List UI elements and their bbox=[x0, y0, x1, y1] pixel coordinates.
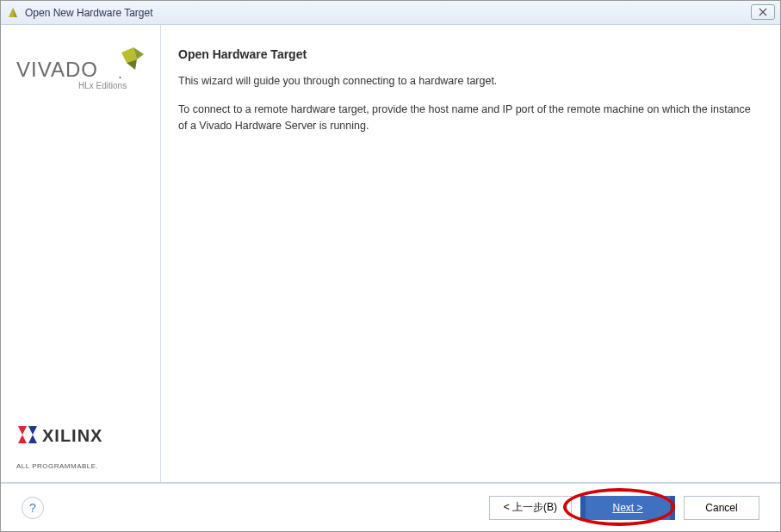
xilinx-tagline: ALL PROGRAMMABLE. bbox=[16, 462, 148, 470]
page-heading: Open Hardware Target bbox=[178, 47, 754, 61]
help-icon: ? bbox=[29, 501, 36, 515]
svg-text:.: . bbox=[118, 65, 122, 82]
app-logo-icon bbox=[6, 6, 20, 20]
close-icon bbox=[759, 8, 767, 16]
back-button-label: < 上一步(B) bbox=[504, 500, 557, 515]
wizard-main: Open Hardware Target This wizard will gu… bbox=[161, 25, 780, 482]
intro-paragraph-1: This wizard will guide you through conne… bbox=[178, 73, 754, 90]
wizard-footer: ? < 上一步(B) Next > Cancel bbox=[1, 483, 780, 531]
svg-text:XILINX: XILINX bbox=[42, 426, 102, 445]
cancel-button-label: Cancel bbox=[705, 502, 737, 514]
cancel-button[interactable]: Cancel bbox=[684, 496, 759, 520]
svg-text:VIVADO: VIVADO bbox=[16, 58, 98, 81]
window-title: Open New Hardware Target bbox=[25, 7, 153, 19]
svg-text:HLx Editions: HLx Editions bbox=[78, 81, 127, 90]
xilinx-logo-icon: XILINX bbox=[16, 421, 137, 455]
vivado-logo-icon: VIVADO . HLx Editions bbox=[16, 47, 146, 99]
titlebar: Open New Hardware Target bbox=[1, 1, 780, 25]
wizard-sidebar: VIVADO . HLx Editions XILINX ALL PROGRAM… bbox=[1, 25, 161, 482]
next-button-label: Next > bbox=[612, 502, 642, 514]
close-button[interactable] bbox=[751, 4, 775, 20]
help-button[interactable]: ? bbox=[22, 497, 44, 519]
next-button[interactable]: Next > bbox=[580, 496, 675, 520]
content-area: VIVADO . HLx Editions XILINX ALL PROGRAM… bbox=[1, 25, 780, 483]
back-button[interactable]: < 上一步(B) bbox=[489, 496, 572, 520]
intro-paragraph-2: To connect to a remote hardware target, … bbox=[178, 102, 754, 134]
